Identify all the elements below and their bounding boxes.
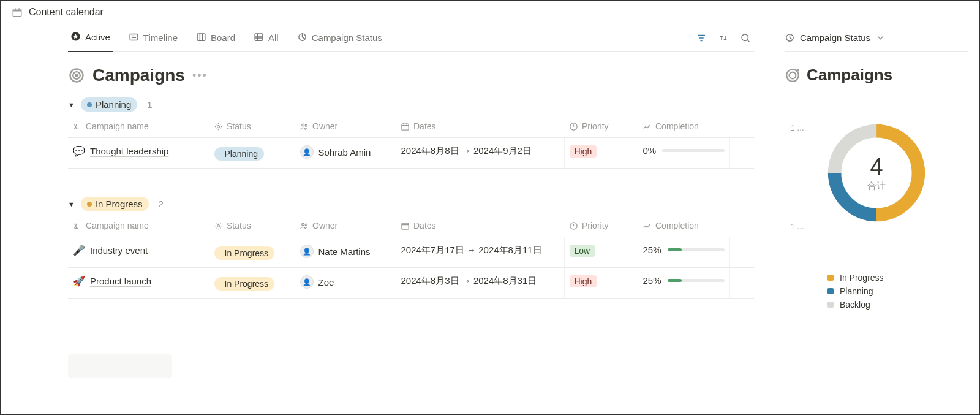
chart-legend: In ProgressPlanningBacklog [785,271,968,311]
completion-cell: 0% [643,145,725,156]
svg-rect-13 [402,124,409,130]
avatar: 👤 [300,145,314,159]
campaign-name[interactable]: Industry event [90,245,148,256]
owner-cell: 👤Nate Martins [300,245,391,258]
breadcrumb[interactable]: Content calendar [1,1,979,24]
donut-total-label: 合计 [867,180,886,192]
col-header[interactable]: Priority [564,115,638,138]
col-header[interactable]: Dates [396,215,564,237]
status-pill: Planning [81,97,137,112]
filter-icon[interactable] [693,29,710,47]
owner-cell: 👤Zoe [300,275,391,289]
star-icon [70,31,81,44]
data-table: Campaign nameStatusOwnerDatesPriorityCom… [68,115,754,169]
svg-point-15 [217,224,220,227]
priority-tag: Low [570,245,595,257]
dates-cell: 2024年8月8日 → 2024年9月2日 [396,138,564,169]
tab-all[interactable]: All [251,24,281,52]
col-header[interactable]: Status [209,115,295,138]
side-title: Campaigns [807,66,892,85]
side-view-selector[interactable]: Campaign Status [785,24,968,52]
col-header[interactable]: Campaign name [68,215,209,237]
col-header[interactable]: Owner [295,215,396,237]
dates-cell: 2024年8月3日 → 2024年8月31日 [396,268,564,299]
row-emoji: 🚀 [73,275,85,287]
donut-icon [785,32,795,43]
board-icon [196,32,206,44]
svg-point-17 [305,224,307,226]
legend-item: Planning [827,284,968,298]
toggle-icon[interactable]: ▼ [68,101,75,109]
svg-point-12 [305,124,307,126]
chevron-down-icon [875,32,886,43]
calendar-icon [12,7,23,18]
svg-point-9 [75,74,78,77]
svg-point-16 [302,223,304,226]
donut-annotation: 1 … [791,223,804,231]
page-title: Content calendar [29,7,104,18]
data-table: Campaign nameStatusOwnerDatesPriorityCom… [68,215,754,299]
sort-icon[interactable] [715,29,732,47]
svg-point-11 [302,124,304,126]
table-icon [254,32,264,44]
row-emoji: 💬 [73,145,85,157]
col-header[interactable]: Campaign name [68,115,209,138]
avatar: 👤 [300,245,314,258]
svg-point-10 [217,125,220,128]
campaign-name[interactable]: Product launch [90,276,151,286]
table-row[interactable]: 🎤Industry eventIn Progress👤Nate Martins2… [68,237,754,268]
col-header[interactable]: Status [209,215,295,237]
col-header[interactable]: Owner [295,115,396,138]
legend-item: In Progress [827,271,968,284]
svg-rect-3 [197,33,205,40]
group-header-in-progress[interactable]: ▼In Progress2 [68,193,754,215]
tab-board[interactable]: Board [194,24,238,52]
status-badge: Planning [214,147,265,161]
completion-cell: 25% [643,245,725,255]
col-header[interactable]: Completion [638,215,729,237]
campaign-name[interactable]: Thought leadership [90,146,168,156]
avatar: 👤 [300,275,314,289]
row-emoji: 🎤 [73,245,85,256]
target-icon [68,67,85,84]
status-badge: In Progress [214,246,275,260]
search-icon[interactable] [737,29,754,47]
status-badge: In Progress [214,277,275,291]
col-header[interactable]: Dates [396,115,564,138]
donut-chart: 4 合计 1 … 1 … [803,118,950,228]
tab-active[interactable]: Active [68,24,113,52]
table-row[interactable]: 🚀Product launchIn Progress👤Zoe2024年8月3日 … [68,268,754,299]
target-share-icon [785,67,801,83]
tab-campaign-status[interactable]: Campaign Status [295,24,385,52]
tab-timeline[interactable]: Timeline [126,24,180,52]
svg-rect-18 [402,223,409,229]
database-title: Campaigns [92,66,185,85]
view-tabs: ActiveTimelineBoardAllCampaign Status [68,24,754,52]
table-row[interactable]: 💬Thought leadershipPlanning👤Sohrab Amin2… [68,138,754,169]
svg-rect-4 [255,33,263,40]
toggle-icon[interactable]: ▼ [68,200,75,208]
more-icon[interactable]: ••• [192,69,208,82]
completion-cell: 25% [643,275,725,286]
legend-item: Backlog [827,298,968,311]
svg-point-22 [790,72,796,78]
col-header[interactable]: Priority [564,215,638,237]
placeholder-block [68,354,172,378]
priority-tag: High [570,145,597,158]
group-header-planning[interactable]: ▼Planning1 [68,94,754,115]
svg-point-6 [742,34,748,41]
owner-cell: 👤Sohrab Amin [300,145,391,159]
priority-tag: High [570,275,597,287]
donut-total: 4 [870,154,883,180]
donut-annotation: 1 … [791,124,804,132]
group-count: 2 [159,199,164,209]
dates-cell: 2024年7月17日 → 2024年8月11日 [396,237,564,268]
svg-rect-0 [13,9,21,17]
group-count: 1 [147,99,152,110]
col-header[interactable]: Completion [638,115,729,138]
status-pill: In Progress [81,197,149,211]
donut-icon [297,32,307,44]
timeline-icon [129,32,139,44]
